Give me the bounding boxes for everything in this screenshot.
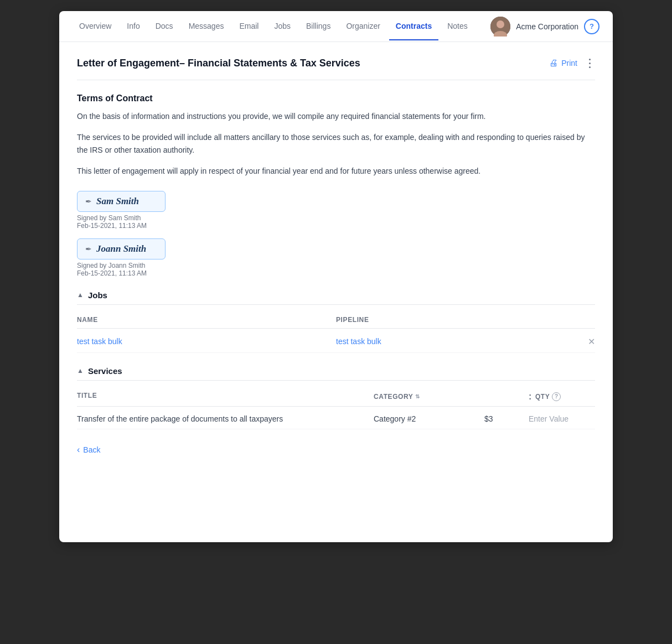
back-label: Back <box>83 445 100 454</box>
service-qty-cell <box>529 414 595 423</box>
job-pipeline-link[interactable]: test task bulk <box>336 337 381 346</box>
signatures-container: ✒ Sam Smith Signed by Sam Smith Feb-15-2… <box>77 191 595 277</box>
terms-paragraph-3: This letter of engagement will apply in … <box>77 165 595 177</box>
more-options-button[interactable] <box>584 55 595 71</box>
services-col-qty: : QTY ? <box>529 392 595 402</box>
remove-job-icon[interactable]: ✕ <box>588 336 595 347</box>
print-icon: 🖨 <box>549 58 558 68</box>
signature-date-1: Feb-15-2021, 11:13 AM <box>77 222 595 230</box>
jobs-table-header: NAME PIPELINE <box>77 311 595 329</box>
services-table-header: TITLE CATEGORY ⇅ : QTY ? <box>77 387 595 407</box>
signature-meta-2: Signed by Joann Smith Feb-15-2021, 11:13… <box>77 262 595 277</box>
main-content: Letter of Engagement– Financial Statemen… <box>59 42 613 468</box>
services-col-price <box>484 392 529 402</box>
signature-name-1: Sam Smith <box>96 196 139 207</box>
svg-point-1 <box>497 20 504 28</box>
jobs-chevron-icon: ▲ <box>77 291 84 299</box>
nav-item-docs[interactable]: Docs <box>149 13 180 40</box>
jobs-table-row: test task bulk test task bulk ✕ <box>77 331 595 353</box>
dot1 <box>589 59 591 60</box>
qty-input[interactable] <box>529 414 595 423</box>
service-price-cell: $3 <box>484 414 529 423</box>
nav-item-messages[interactable]: Messages <box>182 13 231 40</box>
service-category-cell: Category #2 <box>374 414 484 423</box>
nav-item-overview[interactable]: Overview <box>73 13 118 40</box>
signed-by-2: Signed by Joann Smith <box>77 262 595 269</box>
sort-icon: ⇅ <box>415 393 420 399</box>
document-title: Letter of Engagement– Financial Statemen… <box>77 58 360 69</box>
nav-item-jobs[interactable]: Jobs <box>267 13 297 40</box>
job-name-link[interactable]: test task bulk <box>77 337 122 346</box>
job-pipeline-cell: test task bulk ✕ <box>336 336 595 347</box>
doc-actions: 🖨 Print <box>549 55 595 71</box>
terms-paragraph-1: On the basis of information and instruct… <box>77 110 595 122</box>
terms-section-title: Terms of Contract <box>77 94 595 103</box>
services-table-row: Transfer of the entire package of docume… <box>77 409 595 429</box>
signature-pen-icon-1: ✒ <box>85 197 92 206</box>
service-title-cell: Transfer of the entire package of docume… <box>77 414 374 423</box>
doc-header: Letter of Engagement– Financial Statemen… <box>77 55 595 80</box>
nav-bar: Overview Info Docs Messages Email Jobs B… <box>59 11 613 42</box>
print-label: Print <box>561 59 577 67</box>
signature-date-2: Feb-15-2021, 11:13 AM <box>77 269 595 277</box>
print-button[interactable]: 🖨 Print <box>549 58 577 68</box>
terms-paragraph-2: The services to be provided will include… <box>77 131 595 156</box>
colon-separator: : <box>529 392 532 402</box>
services-section-header[interactable]: ▲ Services <box>77 366 595 381</box>
nav-item-contracts[interactable]: Contracts <box>389 13 438 40</box>
jobs-section-title: Jobs <box>88 290 107 300</box>
avatar <box>490 17 510 37</box>
terms-section: Terms of Contract On the basis of inform… <box>77 94 595 178</box>
dot2 <box>589 63 591 64</box>
app-container: Overview Info Docs Messages Email Jobs B… <box>59 11 613 542</box>
jobs-col-pipeline: PIPELINE <box>336 316 595 324</box>
back-button[interactable]: ‹ Back <box>77 445 100 455</box>
signature-box-1: ✒ Sam Smith Signed by Sam Smith Feb-15-2… <box>77 191 595 230</box>
signed-by-1: Signed by Sam Smith <box>77 214 595 222</box>
company-name-label: Acme Corporation <box>516 22 578 31</box>
signature-pen-icon-2: ✒ <box>85 245 92 253</box>
signature-name-2: Joann Smith <box>96 243 146 255</box>
signature-badge-1: ✒ Sam Smith <box>77 191 166 212</box>
jobs-col-name: NAME <box>77 316 336 324</box>
qty-help-icon[interactable]: ? <box>552 392 561 401</box>
nav-item-info[interactable]: Info <box>120 13 146 40</box>
nav-item-billings[interactable]: Billings <box>299 13 337 40</box>
nav-item-organizer[interactable]: Organizer <box>339 13 386 40</box>
signature-badge-2: ✒ Joann Smith <box>77 238 166 259</box>
services-section-title: Services <box>88 366 122 376</box>
services-section: ▲ Services TITLE CATEGORY ⇅ : QTY ? Tra <box>77 366 595 429</box>
job-name-cell: test task bulk <box>77 337 336 346</box>
nav-profile: Acme Corporation ? <box>490 17 599 37</box>
help-icon[interactable]: ? <box>584 19 599 34</box>
services-col-category: CATEGORY ⇅ <box>374 392 484 402</box>
signature-meta-1: Signed by Sam Smith Feb-15-2021, 11:13 A… <box>77 214 595 230</box>
jobs-section-header[interactable]: ▲ Jobs <box>77 290 595 305</box>
services-col-title: TITLE <box>77 392 374 402</box>
jobs-section: ▲ Jobs NAME PIPELINE test task bulk test… <box>77 290 595 353</box>
back-arrow-icon: ‹ <box>77 445 80 455</box>
services-chevron-icon: ▲ <box>77 367 84 375</box>
nav-item-email[interactable]: Email <box>232 13 265 40</box>
dot3 <box>589 66 591 68</box>
nav-item-notes[interactable]: Notes <box>441 13 474 40</box>
signature-box-2: ✒ Joann Smith Signed by Joann Smith Feb-… <box>77 238 595 277</box>
